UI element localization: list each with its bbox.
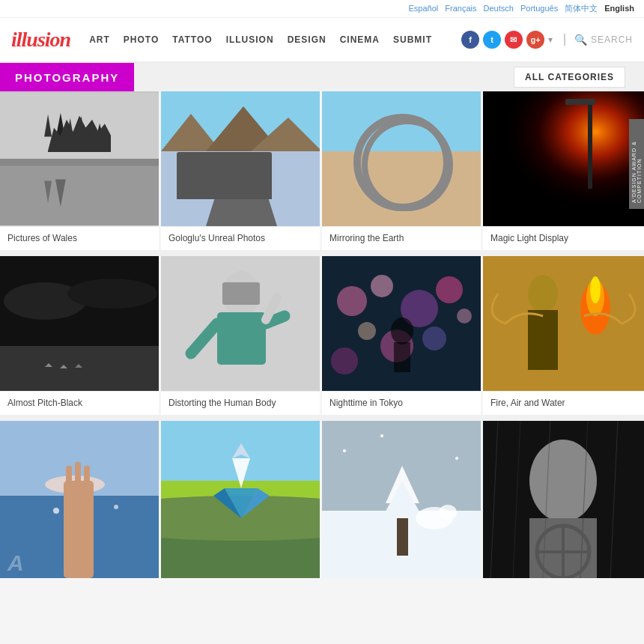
svg-point-74 — [114, 505, 118, 509]
photo-row-1: Pictures of Wales — [0, 91, 644, 250]
photo-item-truck[interactable]: Gologlu's Unreal Photos — [161, 91, 322, 250]
svg-rect-59 — [483, 256, 644, 391]
nav-illusion[interactable]: ILLUSION — [226, 34, 274, 45]
logo-text: illusion — [11, 28, 70, 51]
site-logo[interactable]: illusion — [11, 28, 70, 52]
svg-rect-31 — [565, 99, 595, 105]
nav-design[interactable]: DESIGN — [288, 34, 326, 45]
svg-rect-30 — [588, 99, 592, 189]
svg-point-26 — [361, 121, 443, 204]
all-categories-button[interactable]: ALL CATEGORIES — [514, 67, 625, 88]
photo-item-distort[interactable]: Distorting the Human Body — [161, 256, 322, 415]
photo-caption-tokyo: Nighttime in Tokyo — [322, 391, 481, 415]
nav-tattoo[interactable]: TATTOO — [172, 34, 212, 45]
svg-point-95 — [455, 457, 458, 460]
lang-francais[interactable]: Français — [445, 4, 476, 13]
photo-item-mirror[interactable]: Mirroring the Earth — [322, 91, 483, 250]
row-divider-1 — [0, 250, 644, 256]
nav-cinema[interactable]: CINEMA — [340, 34, 380, 45]
social-more-icon[interactable]: ▾ — [548, 34, 553, 45]
svg-rect-71 — [75, 462, 81, 496]
photo-caption-light: Magic Light Display — [483, 226, 644, 250]
svg-point-55 — [331, 347, 358, 374]
svg-rect-41 — [217, 312, 266, 365]
lang-chinese[interactable]: 简体中文 — [565, 4, 598, 13]
svg-point-64 — [590, 276, 601, 303]
googleplus-button[interactable]: g+ — [526, 31, 544, 49]
svg-rect-19 — [182, 165, 197, 192]
nav-art[interactable]: ART — [89, 34, 110, 45]
svg-point-47 — [337, 286, 367, 316]
lang-deutsch[interactable]: Deutsch — [484, 4, 514, 13]
photo-caption-fire: Fire, Air and Water — [483, 391, 644, 415]
photo-row-2: Almost Pitch-Black — [0, 256, 644, 415]
svg-rect-29 — [483, 91, 644, 226]
svg-point-93 — [343, 449, 346, 452]
svg-point-56 — [391, 318, 413, 344]
svg-rect-18 — [183, 162, 251, 192]
photography-badge: PHOTOGRAPHY — [0, 63, 134, 91]
svg-rect-45 — [222, 282, 260, 305]
lang-espanol[interactable]: Español — [408, 4, 438, 13]
svg-point-92 — [439, 505, 457, 520]
photo-caption-truck: Gologlu's Unreal Photos — [161, 226, 320, 250]
svg-point-50 — [436, 276, 463, 303]
svg-rect-57 — [394, 342, 410, 372]
svg-point-73 — [53, 508, 59, 514]
photo-item-snow[interactable] — [322, 421, 483, 578]
main-nav: ART PHOTO TATTOO ILLUSION DESIGN CINEMA … — [89, 34, 461, 45]
photo-item-portrait[interactable] — [483, 421, 644, 578]
svg-rect-70 — [66, 466, 72, 496]
row-divider-2 — [0, 415, 644, 421]
nav-submit[interactable]: SUBMIT — [393, 34, 432, 45]
photo-item-light[interactable]: Magic Light Display — [483, 91, 644, 250]
photo-caption-mirror: Mirroring the Earth — [322, 226, 481, 250]
svg-rect-61 — [528, 310, 558, 370]
svg-rect-23 — [322, 91, 481, 151]
svg-point-25 — [357, 118, 447, 207]
category-header: PHOTOGRAPHY ALL CATEGORIES — [0, 63, 644, 91]
svg-point-21 — [231, 189, 241, 199]
svg-point-20 — [189, 189, 200, 199]
photo-item-origami[interactable] — [161, 421, 322, 578]
search-label[interactable]: SEARCH — [591, 34, 633, 45]
svg-point-48 — [371, 275, 393, 297]
twitter-button[interactable]: t — [483, 31, 501, 49]
photo-item-black[interactable]: Almost Pitch-Black — [0, 256, 161, 415]
photo-row-3: A — [0, 421, 644, 578]
lang-portugues[interactable]: Português — [520, 4, 558, 13]
svg-point-35 — [67, 279, 157, 309]
design-award-banner[interactable]: A'DESIGN AWARD & COMPETITION — [629, 119, 644, 209]
photo-item-tokyo[interactable]: Nighttime in Tokyo — [322, 256, 483, 415]
svg-point-51 — [358, 322, 376, 340]
email-button[interactable]: ✉ — [505, 31, 523, 49]
language-bar: Español Français Deutsch Português 简体中文 … — [0, 0, 644, 18]
site-header: illusion ART PHOTO TATTOO ILLUSION DESIG… — [0, 18, 644, 63]
search-icon: 🔍 — [574, 34, 587, 46]
photo-caption-distort: Distorting the Human Body — [161, 391, 320, 415]
facebook-button[interactable]: f — [461, 31, 479, 49]
svg-rect-33 — [0, 346, 159, 391]
photo-caption-black: Almost Pitch-Black — [0, 391, 159, 415]
svg-point-54 — [457, 309, 472, 323]
svg-point-53 — [422, 326, 446, 350]
svg-rect-3 — [0, 166, 159, 225]
svg-point-94 — [380, 434, 383, 437]
svg-rect-1 — [0, 159, 159, 166]
nav-photo[interactable]: PHOTO — [124, 34, 159, 45]
social-icons: f t ✉ g+ ▾ — [461, 31, 553, 49]
main-content: PHOTOGRAPHY ALL CATEGORIES — [0, 63, 644, 578]
photo-item-hand[interactable]: A — [0, 421, 161, 578]
svg-text:A: A — [7, 550, 24, 575]
photo-item-wales[interactable]: Pictures of Wales — [0, 91, 161, 250]
svg-marker-17 — [206, 166, 277, 226]
svg-point-60 — [528, 275, 558, 312]
svg-rect-24 — [322, 151, 481, 226]
svg-rect-2 — [0, 92, 159, 159]
photo-item-fire[interactable]: Fire, Air and Water — [483, 256, 644, 415]
svg-rect-72 — [84, 466, 90, 497]
lang-english[interactable]: English — [604, 4, 634, 13]
photo-caption-wales: Pictures of Wales — [0, 226, 159, 250]
search-area: 🔍 SEARCH — [564, 34, 633, 46]
